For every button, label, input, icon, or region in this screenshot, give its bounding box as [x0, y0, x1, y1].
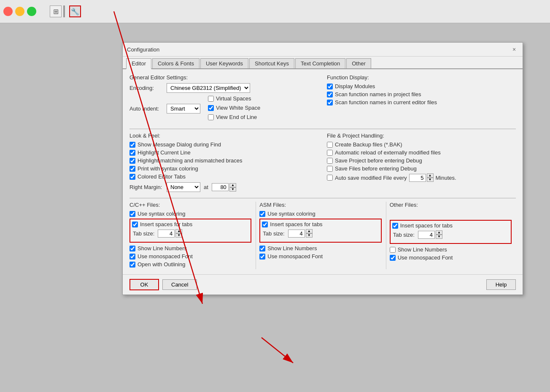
- virtual-spaces-checkbox[interactable]: [208, 96, 214, 102]
- other-tab-size-down-button[interactable]: ▼: [436, 235, 442, 239]
- save-files-debug-checkbox[interactable]: [327, 166, 333, 172]
- highlight-braces-checkbox[interactable]: [129, 158, 135, 164]
- cpp-tab-size-spinner: ▲ ▼: [158, 229, 182, 238]
- asm-tab-size-row: Tab size: ▲ ▼: [263, 229, 379, 238]
- cpp-show-line-numbers-checkbox[interactable]: [129, 246, 135, 251]
- right-margin-up-button[interactable]: ▲: [229, 183, 236, 187]
- list-view-icon[interactable]: ⊞: [50, 5, 62, 17]
- tab-other[interactable]: Other: [346, 58, 371, 68]
- cpp-insert-spaces-checkbox[interactable]: [132, 222, 138, 227]
- help-button[interactable]: Help: [486, 279, 516, 290]
- asm-tab-size-input[interactable]: [288, 230, 305, 238]
- asm-insert-spaces-checkbox[interactable]: [262, 222, 268, 227]
- highlight-current-line-checkbox[interactable]: [129, 150, 135, 156]
- asm-tab-size-down-button[interactable]: ▼: [306, 233, 313, 238]
- cpp-tab-size-up-button[interactable]: ▲: [175, 229, 182, 233]
- asm-insert-spaces-row: Insert spaces for tabs: [262, 221, 379, 227]
- cpp-tab-size-input[interactable]: [158, 230, 175, 238]
- save-project-debug-checkbox[interactable]: [327, 158, 333, 164]
- right-margin-spinner-buttons: ▲ ▼: [229, 183, 236, 192]
- window-maximize-button[interactable]: [27, 7, 36, 16]
- settings-wrench-icon[interactable]: 🔧: [69, 5, 81, 17]
- ok-button[interactable]: OK: [129, 279, 159, 290]
- display-modules-row: Display Modules: [327, 83, 516, 89]
- asm-use-syntax-row: Use syntax coloring: [259, 211, 381, 217]
- cpp-tab-size-spinner-buttons: ▲ ▼: [175, 229, 182, 238]
- auto-indent-select[interactable]: Smart: [167, 104, 200, 114]
- right-margin-input[interactable]: [212, 183, 229, 191]
- asm-use-syntax-checkbox[interactable]: [259, 211, 265, 217]
- window-minimize-button[interactable]: [15, 7, 24, 16]
- other-highlight-box: Insert spaces for tabs Tab size: ▲ ▼: [390, 220, 512, 244]
- auto-save-down-button[interactable]: ▼: [427, 178, 434, 182]
- asm-tab-size-spinner-buttons: ▲ ▼: [306, 229, 313, 238]
- cpp-files-title: C/C++ Files:: [129, 202, 251, 208]
- other-tab-size-input[interactable]: [418, 231, 435, 239]
- other-show-line-numbers-checkbox[interactable]: [390, 247, 396, 253]
- cpp-use-monospaced-checkbox[interactable]: [129, 254, 135, 260]
- colored-editor-tabs-checkbox[interactable]: [129, 174, 135, 180]
- function-display-label: Function Display:: [327, 74, 516, 81]
- scan-function-project-checkbox[interactable]: [327, 92, 333, 97]
- other-tab-size-spinner: ▲ ▼: [418, 230, 442, 239]
- general-settings-section: General Editor Settings: Encoding: Chine…: [129, 74, 318, 124]
- auto-save-up-button[interactable]: ▲: [427, 173, 434, 178]
- asm-show-line-numbers-checkbox[interactable]: [259, 246, 265, 251]
- auto-reload-checkbox[interactable]: [327, 150, 333, 156]
- show-message-dialog-checkbox[interactable]: [129, 142, 135, 148]
- tab-user-keywords[interactable]: User Keywords: [200, 58, 248, 68]
- cpp-show-line-numbers-row: Show Line Numbers: [129, 245, 251, 251]
- file-settings-section: C/C++ Files: Use syntax coloring Insert …: [129, 202, 516, 269]
- view-white-space-checkbox[interactable]: [208, 105, 214, 111]
- other-insert-spaces-checkbox[interactable]: [392, 223, 398, 229]
- view-white-space-row: View White Space: [208, 105, 260, 111]
- auto-save-checkbox[interactable]: [327, 175, 333, 181]
- dialog-close-button[interactable]: ×: [510, 45, 518, 54]
- auto-save-input[interactable]: [409, 174, 426, 182]
- function-display-section: Function Display: Display Modules Scan f…: [327, 74, 516, 124]
- auto-indent-label: Auto Indent:: [129, 105, 163, 112]
- tab-editor[interactable]: Editor: [126, 58, 151, 69]
- right-margin-select[interactable]: None: [167, 182, 200, 192]
- virtual-spaces-label: Virtual Spaces: [216, 95, 251, 102]
- dialog-footer: OK Cancel Help: [123, 274, 523, 295]
- view-end-of-line-checkbox[interactable]: [208, 114, 214, 120]
- title-bar: ⊞ 🔧: [0, 0, 550, 23]
- auto-reload-label: Automatic reload of externally modified …: [335, 149, 441, 156]
- encoding-select[interactable]: Chinese GB2312 (Simplified): [167, 83, 250, 93]
- file-project-section: File & Project Handling: Create Backup f…: [327, 132, 516, 195]
- dialog-titlebar: Configuration ×: [123, 43, 523, 57]
- right-margin-down-button[interactable]: ▼: [229, 187, 236, 192]
- right-margin-row: Right Margin: None at ▲ ▼: [129, 182, 318, 192]
- other-tab-size-up-button[interactable]: ▲: [436, 230, 442, 235]
- save-files-debug-label: Save Files before entering Debug: [335, 165, 417, 172]
- asm-tab-size-up-button[interactable]: ▲: [306, 229, 313, 233]
- tab-colors-fonts[interactable]: Colors & Fonts: [152, 58, 200, 68]
- cancel-button[interactable]: Cancel: [162, 279, 197, 290]
- tab-bar: Editor Colors & Fonts User Keywords Shor…: [123, 57, 523, 69]
- colored-editor-tabs-label: Colored Editor Tabs: [138, 173, 186, 180]
- display-modules-checkbox[interactable]: [327, 84, 333, 89]
- cpp-use-syntax-checkbox[interactable]: [129, 211, 135, 217]
- asm-tab-size-label: Tab size:: [263, 230, 284, 237]
- create-backup-row: Create Backup files (*.BAK): [327, 141, 516, 148]
- print-syntax-checkbox[interactable]: [129, 166, 135, 172]
- tab-shortcut-keys[interactable]: Shortcut Keys: [249, 58, 294, 68]
- auto-indent-row: Auto Indent: Smart Virtual Spaces View W…: [129, 95, 318, 122]
- tab-text-completion[interactable]: Text Completion: [295, 58, 345, 68]
- scan-function-editor-row: Scan function names in current editor fi…: [327, 99, 516, 105]
- cpp-use-syntax-row: Use syntax coloring: [129, 211, 251, 217]
- highlight-braces-label: Highlight matching and mismatched braces: [138, 157, 243, 164]
- asm-files-title: ASM Files:: [259, 202, 381, 208]
- asm-use-monospaced-checkbox[interactable]: [259, 254, 265, 260]
- right-margin-at-label: at: [204, 184, 208, 190]
- cpp-tab-size-down-button[interactable]: ▼: [175, 233, 182, 238]
- asm-use-monospaced-row: Use monospaced Font: [259, 253, 381, 260]
- auto-save-row: Auto save modified File every ▲ ▼ Minute…: [327, 173, 516, 182]
- create-backup-checkbox[interactable]: [327, 142, 333, 148]
- scan-function-editor-checkbox[interactable]: [327, 100, 333, 105]
- cpp-open-outlining-checkbox[interactable]: [129, 262, 135, 268]
- cpp-tab-size-label: Tab size:: [133, 230, 154, 237]
- other-use-monospaced-checkbox[interactable]: [390, 255, 396, 261]
- window-close-button[interactable]: [3, 7, 13, 16]
